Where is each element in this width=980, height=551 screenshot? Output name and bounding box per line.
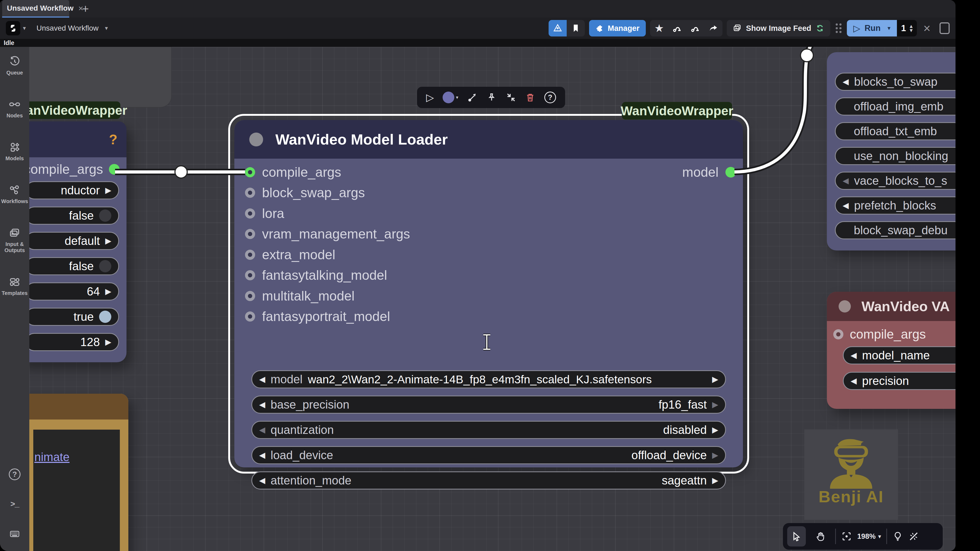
widget-model-name[interactable]: ◀model_name <box>843 346 956 364</box>
zoom-level-dropdown[interactable]: 198% ▾ <box>857 532 881 541</box>
widget-toggle[interactable]: true <box>29 308 119 326</box>
new-tab-button[interactable]: + <box>82 0 89 17</box>
pin-icon[interactable] <box>486 92 497 103</box>
vacuum-button-1[interactable] <box>668 20 686 37</box>
select-tool-button[interactable] <box>787 526 806 546</box>
input-port-row[interactable]: multitalk_model <box>234 286 743 306</box>
input-port[interactable] <box>245 187 255 198</box>
node-header[interactable]: WanVideo Model Loader <box>234 120 743 159</box>
keyboard-icon[interactable] <box>9 529 20 539</box>
right-arrow-icon[interactable]: ▶ <box>105 287 111 295</box>
output-port[interactable] <box>725 167 736 178</box>
node-header[interactable]: ? <box>29 121 126 157</box>
right-arrow-icon[interactable]: ▶ <box>105 338 111 346</box>
left-arrow-icon[interactable]: ◀ <box>259 476 265 484</box>
compile-args-node[interactable]: ? compile_args nductor▶ false default▶ f… <box>29 121 126 362</box>
input-port-row[interactable]: block_swap_args <box>234 183 743 203</box>
input-port-row[interactable]: fantasyportrait_model <box>234 306 743 327</box>
left-arrow-icon[interactable]: ◀ <box>851 351 857 359</box>
share-button[interactable] <box>704 20 722 37</box>
left-arrow-icon[interactable]: ◀ <box>259 375 265 383</box>
input-port[interactable] <box>245 311 255 322</box>
widget-combo[interactable]: 64▶ <box>29 283 119 300</box>
wanvideo-model-loader-node[interactable]: WanVideo Model Loader compile_args block… <box>234 120 743 467</box>
node-header[interactable]: WanVideo VA <box>827 292 956 321</box>
right-arrow-icon[interactable]: ▶ <box>712 375 718 383</box>
reroute-dot[interactable] <box>175 166 187 178</box>
workflow-name[interactable]: Unsaved Workflow ▾ <box>37 24 108 32</box>
right-arrow-icon[interactable]: ▶ <box>105 186 111 194</box>
widget-attention-mode[interactable]: ◀ attention_mode sageattn ▶ <box>251 472 726 489</box>
widget-combo[interactable]: nductor▶ <box>29 181 119 199</box>
left-arrow-icon[interactable]: ◀ <box>851 377 857 385</box>
pan-tool-button[interactable] <box>811 526 830 546</box>
reroute-curve-icon[interactable] <box>467 92 478 103</box>
unlink-icon[interactable] <box>908 531 919 541</box>
batch-count-stepper[interactable]: 1 ▴▾ <box>897 20 917 37</box>
input-port[interactable] <box>245 270 255 280</box>
output-port[interactable] <box>109 164 119 175</box>
input-port[interactable] <box>245 229 255 239</box>
right-arrow-icon[interactable]: ▶ <box>712 401 718 408</box>
wanvideo-vae-node[interactable]: WanVideo VA compile_args ◀model_name ◀pr… <box>827 292 956 409</box>
node-graph-canvas[interactable]: ▷ ▾ ? WanVideoWrapper WanVideoWrapper <box>29 47 956 551</box>
terminal-button[interactable]: >_ <box>10 500 19 509</box>
right-arrow-icon[interactable]: ▶ <box>105 237 111 245</box>
widget-combo[interactable]: default▶ <box>29 232 119 250</box>
sidebar-item-inputs-outputs[interactable]: Input & Outputs <box>0 227 29 253</box>
left-arrow-icon[interactable]: ◀ <box>843 78 849 86</box>
reroute-dot[interactable] <box>800 49 813 62</box>
sidebar-item-queue[interactable]: Queue <box>0 56 29 76</box>
node-color-picker[interactable]: ▾ <box>442 92 458 103</box>
widget-row[interactable]: ◀vace_blocks_to_s <box>835 171 956 190</box>
input-port-row[interactable]: fantasytalking_model <box>234 265 743 286</box>
stepper-arrows[interactable]: ▴▾ <box>910 24 913 33</box>
input-port-row[interactable]: compile_args <box>827 321 956 346</box>
node-help-badge[interactable]: ? <box>109 132 118 148</box>
block-swap-args-node[interactable]: ◀blocks_to_swap offload_img_emb offload_… <box>827 52 956 251</box>
input-port-row[interactable]: extra_model <box>234 245 743 265</box>
widget-row[interactable]: block_swap_debu <box>835 221 956 239</box>
input-port[interactable] <box>245 208 255 219</box>
stop-button[interactable] <box>940 22 950 34</box>
widget-row[interactable]: ◀blocks_to_swap <box>835 73 956 91</box>
input-port[interactable] <box>833 329 843 339</box>
widget-row[interactable]: use_non_blocking <box>835 147 956 165</box>
delete-node-icon[interactable] <box>525 92 536 103</box>
input-port-row[interactable]: lora <box>234 203 743 224</box>
left-arrow-icon[interactable]: ◀ <box>259 401 265 408</box>
widget-base-precision[interactable]: ◀ base_precision fp16_fast ▶ <box>251 395 726 414</box>
widget-toggle[interactable]: false <box>29 206 119 225</box>
right-arrow-icon[interactable]: ▶ <box>712 426 718 434</box>
run-node-icon[interactable]: ▷ <box>426 92 434 103</box>
right-arrow-icon[interactable]: ▶ <box>712 451 718 459</box>
input-port-connected[interactable] <box>245 167 255 177</box>
offscreen-node-panel[interactable] <box>29 47 172 108</box>
sidebar-item-models[interactable]: Models <box>0 141 29 162</box>
cancel-button[interactable]: × <box>923 21 931 35</box>
sidebar-item-workflows[interactable]: Workflows <box>0 184 29 205</box>
triangle-ruler-button[interactable] <box>549 20 567 37</box>
sidebar-item-nodes[interactable]: Nodes <box>0 99 29 119</box>
widget-row[interactable]: offload_txt_emb <box>835 122 956 140</box>
comfyui-logo[interactable] <box>6 21 20 35</box>
left-arrow-icon[interactable]: ◀ <box>843 202 849 210</box>
widget-model[interactable]: ◀ model wan2_2\Wan2_2-Animate-14B_fp8_e4… <box>251 370 726 388</box>
left-arrow-icon[interactable]: ◀ <box>843 177 849 185</box>
fit-view-icon[interactable] <box>841 531 852 541</box>
input-port[interactable] <box>245 250 255 260</box>
toolbar-drag-handle[interactable] <box>836 24 842 33</box>
widget-quantization[interactable]: ◀ quantization disabled ▶ <box>251 421 726 439</box>
lightbulb-icon[interactable] <box>892 531 903 541</box>
logo-chevron-icon[interactable]: ▾ <box>23 25 26 32</box>
collapse-icon[interactable] <box>506 92 516 103</box>
node-help-icon[interactable]: ? <box>544 92 556 103</box>
show-image-feed-button[interactable]: Show Image Feed <box>727 20 830 37</box>
input-port-row[interactable]: vram_management_args <box>234 224 743 245</box>
run-button[interactable]: ▷ Run ▾ <box>847 20 897 37</box>
note-header[interactable] <box>29 394 128 419</box>
vacuum-button-2[interactable] <box>686 20 704 37</box>
star-button[interactable]: ★ <box>650 20 668 37</box>
note-node[interactable]: nimate <box>29 394 128 551</box>
right-arrow-icon[interactable]: ▶ <box>712 476 718 484</box>
